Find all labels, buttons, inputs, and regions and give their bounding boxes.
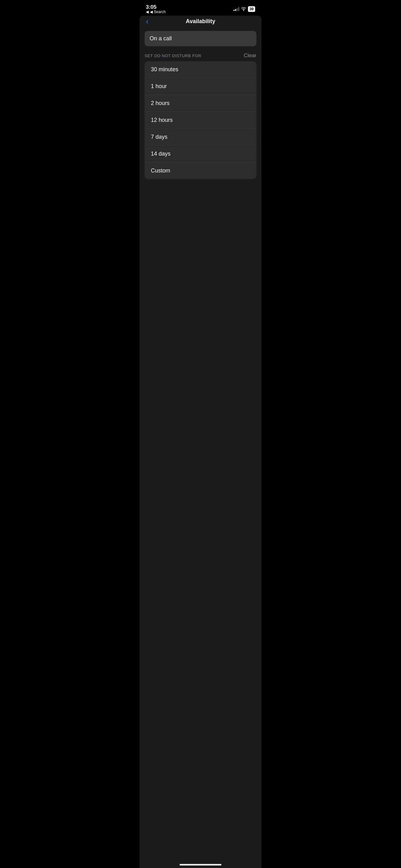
- section-label: SET DO NOT DISTURB FOR: [144, 54, 201, 58]
- status-time: 3:05: [146, 4, 157, 10]
- nav-bar: ‹ Availability: [141, 16, 260, 28]
- options-list: 30 minutes 1 hour 2 hours 12 hours 7 day…: [144, 61, 257, 179]
- option-2-hours[interactable]: 2 hours: [144, 95, 257, 112]
- back-button[interactable]: ‹: [146, 17, 149, 26]
- wifi-icon: [241, 7, 246, 11]
- section-header: SET DO NOT DISTURB FOR Clear: [140, 49, 261, 61]
- status-bar-left: 3:05 ◀ ◀ Search: [146, 4, 166, 14]
- back-chevron-icon: ‹: [146, 17, 149, 26]
- option-1-hour[interactable]: 1 hour: [144, 78, 257, 95]
- page-title: Availability: [186, 18, 215, 25]
- option-custom[interactable]: Custom: [144, 162, 257, 179]
- current-status-indicator: On a call: [144, 31, 257, 46]
- status-bar: 3:05 ◀ ◀ Search 39: [140, 0, 261, 16]
- option-label: 30 minutes: [151, 66, 178, 73]
- current-status-text: On a call: [149, 35, 172, 41]
- main-content: ‹ Availability On a call SET DO NOT DIST…: [140, 16, 261, 868]
- option-30-minutes[interactable]: 30 minutes: [144, 61, 257, 78]
- option-label: 1 hour: [151, 83, 167, 90]
- signal-bars-icon: [234, 7, 239, 11]
- battery-indicator: 39: [248, 6, 255, 12]
- back-arrow-icon: ◀: [146, 10, 149, 14]
- clear-button[interactable]: Clear: [244, 53, 257, 59]
- option-label: 7 days: [151, 134, 167, 140]
- option-label: 14 days: [151, 151, 170, 157]
- option-14-days[interactable]: 14 days: [144, 146, 257, 162]
- home-indicator: [179, 864, 222, 866]
- battery-level: 39: [249, 7, 254, 11]
- status-search: ◀ ◀ Search: [146, 10, 166, 14]
- option-label: 2 hours: [151, 100, 170, 106]
- option-label: Custom: [151, 167, 170, 174]
- option-12-hours[interactable]: 12 hours: [144, 112, 257, 129]
- option-7-days[interactable]: 7 days: [144, 129, 257, 146]
- status-bar-right: 39: [234, 6, 255, 12]
- option-label: 12 hours: [151, 117, 173, 123]
